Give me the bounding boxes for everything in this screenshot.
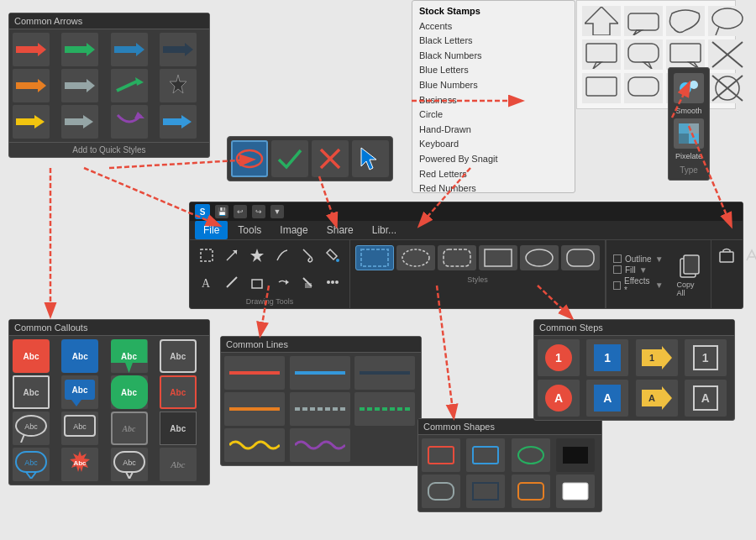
- shape-cell-2[interactable]: [466, 438, 505, 472]
- preview-shape-4[interactable]: [708, 6, 747, 36]
- callout-cell-16[interactable]: Abc: [160, 448, 197, 481]
- preview-shape-7[interactable]: [666, 39, 705, 70]
- preview-shape-10[interactable]: [624, 73, 663, 103]
- style-rect-solid[interactable]: [479, 245, 517, 270]
- tool-star[interactable]: [245, 244, 269, 267]
- float-check-button[interactable]: [271, 140, 308, 177]
- smooth-button[interactable]: [674, 73, 704, 103]
- tool-more[interactable]: [321, 270, 344, 294]
- outline-dropdown[interactable]: ▼: [655, 254, 664, 264]
- preview-shape-9[interactable]: [582, 73, 621, 103]
- fill-check[interactable]: [613, 265, 622, 274]
- preview-shape-8[interactable]: [708, 39, 747, 70]
- shape-cell-4[interactable]: [556, 438, 595, 472]
- copy-all-section[interactable]: Copy All: [670, 240, 711, 308]
- stamp-item-accents[interactable]: Accents: [419, 19, 568, 34]
- style-rounded-solid[interactable]: [561, 245, 600, 270]
- stamp-item-blue-numbers[interactable]: Blue Numbers: [419, 78, 568, 93]
- step-cell-7[interactable]: A: [636, 380, 678, 417]
- preview-shape-5[interactable]: [582, 39, 621, 70]
- callout-cell-1[interactable]: Abc: [13, 339, 50, 373]
- callout-cell-7[interactable]: Abc: [111, 375, 148, 409]
- stamp-item-red-numbers[interactable]: Red Numbers: [419, 181, 568, 193]
- callout-cell-13[interactable]: Abc: [13, 448, 50, 481]
- arrow-cell-12[interactable]: [160, 105, 197, 139]
- ribbon-undo-btn[interactable]: ↩: [234, 205, 247, 218]
- menu-tools[interactable]: Tools: [229, 221, 270, 239]
- line-cell-4[interactable]: [224, 392, 285, 426]
- tool-brush[interactable]: [296, 244, 319, 267]
- step-cell-4[interactable]: 1: [685, 339, 727, 376]
- style-dashed-rect[interactable]: [355, 245, 394, 270]
- arrow-cell-11[interactable]: [111, 105, 148, 139]
- menu-share[interactable]: Share: [318, 221, 362, 239]
- preview-shape-1[interactable]: [582, 6, 621, 36]
- arrow-cell-7[interactable]: [111, 69, 148, 102]
- arrow-cell-5[interactable]: [13, 69, 50, 102]
- callout-cell-14[interactable]: Abc: [61, 448, 98, 481]
- callout-cell-3[interactable]: Abc: [111, 339, 148, 373]
- shape-cell-7[interactable]: [512, 474, 550, 508]
- stamp-item-keyboard[interactable]: Keyboard: [419, 137, 568, 152]
- stamp-item-business[interactable]: Business: [419, 93, 568, 108]
- outline-check[interactable]: [613, 254, 622, 263]
- shape-cell-5[interactable]: [422, 474, 460, 508]
- arrow-cell-2[interactable]: [61, 33, 98, 66]
- line-cell-6[interactable]: [354, 392, 415, 426]
- step-cell-1[interactable]: 1: [538, 339, 580, 376]
- stamp-item-blue-letters[interactable]: Blue Letters: [419, 63, 568, 78]
- stamp-item-black-letters[interactable]: Black Letters: [419, 34, 568, 49]
- arrow-cell-10[interactable]: [61, 105, 98, 139]
- callout-cell-12[interactable]: Abc: [160, 412, 197, 445]
- callout-cell-2[interactable]: Abc: [61, 339, 98, 373]
- line-cell-3[interactable]: [354, 356, 415, 390]
- line-cell-5[interactable]: [290, 392, 350, 426]
- ribbon-icon-2[interactable]: [740, 244, 756, 267]
- arrow-cell-1[interactable]: [13, 33, 50, 66]
- float-oval-button[interactable]: [231, 140, 268, 177]
- callout-cell-6[interactable]: Abc: [61, 375, 98, 409]
- line-cell-1[interactable]: [224, 356, 285, 390]
- shape-cell-1[interactable]: [422, 438, 460, 472]
- ribbon-save-btn[interactable]: 💾: [215, 205, 228, 218]
- shape-cell-8[interactable]: [556, 474, 595, 508]
- tool-line[interactable]: [220, 270, 244, 294]
- tool-pen[interactable]: [270, 244, 294, 267]
- callout-cell-15[interactable]: Abc: [111, 448, 148, 481]
- step-cell-8[interactable]: A: [685, 380, 727, 417]
- tool-bucket[interactable]: [296, 270, 319, 294]
- stamp-item-red-letters[interactable]: Red Letters: [419, 167, 568, 182]
- ribbon-config-btn[interactable]: ▼: [270, 205, 284, 218]
- stamp-item-circle[interactable]: Circle: [419, 107, 568, 123]
- effects-dropdown[interactable]: ▼: [655, 280, 664, 290]
- callout-cell-9[interactable]: Abc: [13, 412, 50, 445]
- effects-check[interactable]: [613, 281, 621, 290]
- callout-cell-5[interactable]: Abc: [13, 375, 50, 409]
- step-cell-3[interactable]: 1: [636, 339, 678, 376]
- arrow-cell-8[interactable]: [160, 69, 197, 102]
- tool-select[interactable]: [195, 244, 218, 267]
- arrow-cell-3[interactable]: [111, 33, 148, 66]
- arrow-cell-9[interactable]: [13, 105, 50, 139]
- stamp-item-hand-drawn[interactable]: Hand-Drawn: [419, 123, 568, 138]
- style-rounded-dashed[interactable]: [438, 245, 476, 270]
- menu-library[interactable]: Libr...: [364, 221, 405, 239]
- preview-shape-12[interactable]: [708, 73, 747, 103]
- shape-cell-6[interactable]: [466, 474, 505, 508]
- arrow-cell-4[interactable]: [160, 33, 197, 66]
- ribbon-redo-btn[interactable]: ↪: [252, 205, 265, 218]
- arrows-panel-footer[interactable]: Add to Quick Styles: [9, 142, 209, 157]
- tool-rotate[interactable]: [270, 270, 294, 294]
- style-oval[interactable]: [396, 245, 435, 270]
- callout-cell-10[interactable]: Abc: [61, 412, 98, 445]
- stamp-item-powered[interactable]: Powered By Snagit: [419, 152, 568, 167]
- tool-rect[interactable]: [245, 270, 269, 294]
- line-cell-2[interactable]: [290, 356, 350, 390]
- preview-shape-6[interactable]: [624, 39, 663, 70]
- step-cell-6[interactable]: A: [586, 380, 628, 417]
- arrow-cell-6[interactable]: [61, 69, 98, 102]
- line-cell-7[interactable]: [224, 428, 285, 462]
- ribbon-icon-1[interactable]: [715, 244, 738, 267]
- step-cell-2[interactable]: 1: [586, 339, 628, 376]
- menu-image[interactable]: Image: [271, 221, 316, 239]
